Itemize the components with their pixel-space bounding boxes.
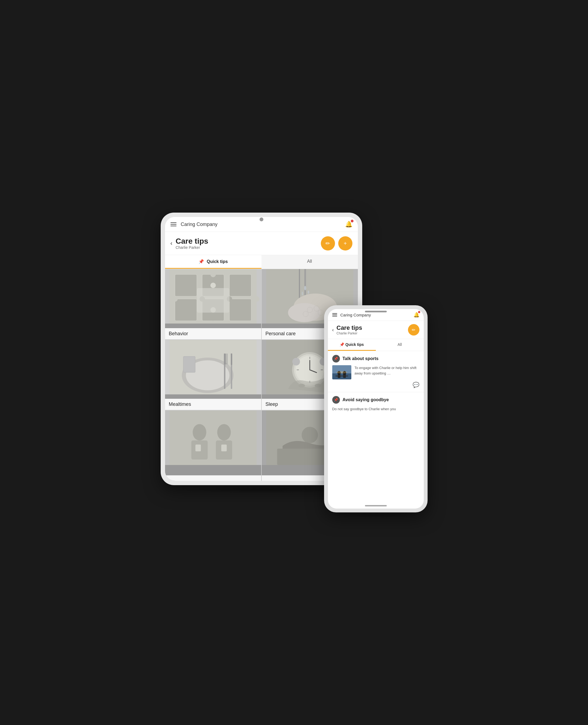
tip-title-talk-sports: Talk about sports (343, 356, 379, 361)
social-label (165, 475, 261, 481)
behavior-label: Behavior (165, 328, 261, 339)
avoid-tip-header: 📌 Avoid saying goodbye (332, 396, 419, 404)
svg-rect-6 (229, 299, 251, 321)
svg-rect-18 (299, 269, 300, 302)
svg-point-13 (210, 283, 216, 288)
notification-badge (351, 220, 354, 222)
tip-header: 📌 Talk about sports (332, 355, 419, 363)
svg-point-10 (254, 296, 259, 302)
grid-item-behavior[interactable]: Behavior (165, 269, 261, 339)
tip-title-avoid-goodbye: Avoid saying goodbye (343, 397, 389, 402)
tablet-tabs: 📌 Quick tips All (165, 255, 358, 269)
svg-point-19 (304, 286, 306, 290)
svg-rect-15 (197, 288, 229, 313)
svg-point-54 (217, 424, 231, 440)
phone-page-header: ‹ Care tips Charlie Parker ✏ (328, 321, 424, 339)
page-title-block: Care tips Charlie Parker (176, 237, 321, 250)
phone-app-title: Caring Company (340, 313, 414, 317)
tip-thumbnail-sports (332, 365, 351, 379)
svg-rect-57 (195, 445, 201, 451)
back-button[interactable]: ‹ (170, 240, 172, 246)
tip-item-avoid-goodbye[interactable]: 📌 Avoid saying goodbye Do not say goodby… (328, 392, 424, 416)
phone-page-title: Care tips (337, 324, 408, 331)
phone-hamburger-icon[interactable] (332, 313, 337, 317)
svg-point-9 (172, 296, 177, 302)
tab-all[interactable]: All (261, 255, 358, 269)
svg-point-7 (210, 272, 216, 277)
svg-rect-32 (224, 354, 225, 364)
phone-edit-button[interactable]: ✏ (408, 324, 419, 336)
svg-rect-37 (184, 357, 195, 372)
notification-bell-icon[interactable]: 🔔 (345, 221, 352, 228)
tip-item-talk-sports[interactable]: 📌 Talk about sports (328, 351, 424, 392)
svg-point-70 (336, 371, 347, 374)
svg-point-53 (192, 424, 206, 440)
svg-rect-1 (175, 275, 197, 296)
svg-point-20 (308, 290, 309, 294)
svg-rect-33 (225, 354, 226, 364)
svg-rect-69 (336, 376, 348, 377)
app-title: Caring Company (181, 222, 345, 227)
sports-thumbnail-image (332, 365, 351, 379)
avoid-tip-description: Do not say goodbye to Charlie when you (332, 406, 419, 412)
social-image (165, 410, 261, 465)
grid-item-social[interactable] (165, 410, 261, 481)
scene: Caring Company 🔔 ‹ Care tips Charlie Par… (161, 213, 427, 512)
avoid-pin-icon: 📌 (332, 396, 340, 404)
grid-item-mealtimes[interactable]: Mealtimes (165, 340, 261, 410)
tip-content: To engage with Charlie or help him shift… (332, 365, 419, 379)
phone-screen: Caring Company 🔔 ‹ Care tips Charlie Par… (328, 309, 424, 509)
pin-icon: 📌 (198, 259, 204, 264)
page-title: Care tips (176, 237, 321, 246)
svg-rect-52 (169, 410, 256, 465)
phone-back-button[interactable]: ‹ (332, 327, 334, 333)
phone-shadow (329, 512, 422, 518)
phone-tab-all[interactable]: All (376, 339, 424, 351)
action-buttons: ✏ + (321, 236, 352, 250)
phone-page-subtitle: Charlie Parker (337, 331, 408, 335)
tablet-page-header: ‹ Care tips Charlie Parker ✏ + (165, 232, 358, 255)
svg-point-21 (301, 291, 303, 296)
tip-description-sports: To engage with Charlie or help him shift… (355, 365, 419, 376)
phone-pin-icon: 📌 (340, 342, 345, 347)
edit-button[interactable]: ✏ (321, 236, 335, 250)
phone-notification-bell-icon[interactable]: 🔔 (414, 312, 419, 318)
tablet-camera (259, 218, 264, 221)
phone-tab-quick-tips[interactable]: 📌 Quick tips (328, 339, 376, 351)
behavior-image (165, 269, 261, 324)
svg-point-46 (292, 358, 300, 365)
phone-notch (365, 311, 387, 313)
phone-tabs: 📌 Quick tips All (328, 339, 424, 351)
tip-pin-icon: 📌 (332, 355, 340, 363)
svg-rect-3 (229, 275, 251, 296)
add-button[interactable]: + (338, 236, 352, 250)
mealtimes-image (165, 340, 261, 395)
phone-home-bar (365, 505, 387, 506)
phone-device: Caring Company 🔔 ‹ Care tips Charlie Par… (324, 305, 427, 512)
svg-rect-34 (227, 354, 227, 364)
svg-rect-58 (221, 445, 227, 451)
phone-notification-badge (418, 311, 420, 313)
svg-rect-4 (175, 299, 197, 321)
tab-quick-tips[interactable]: 📌 Quick tips (165, 255, 261, 269)
page-subtitle: Charlie Parker (176, 245, 321, 250)
hamburger-menu-icon[interactable] (170, 222, 176, 226)
comment-icon[interactable]: 💬 (332, 382, 419, 388)
svg-point-60 (301, 427, 318, 443)
mealtimes-label: Mealtimes (165, 399, 261, 410)
phone-title-block: Care tips Charlie Parker (337, 324, 408, 335)
